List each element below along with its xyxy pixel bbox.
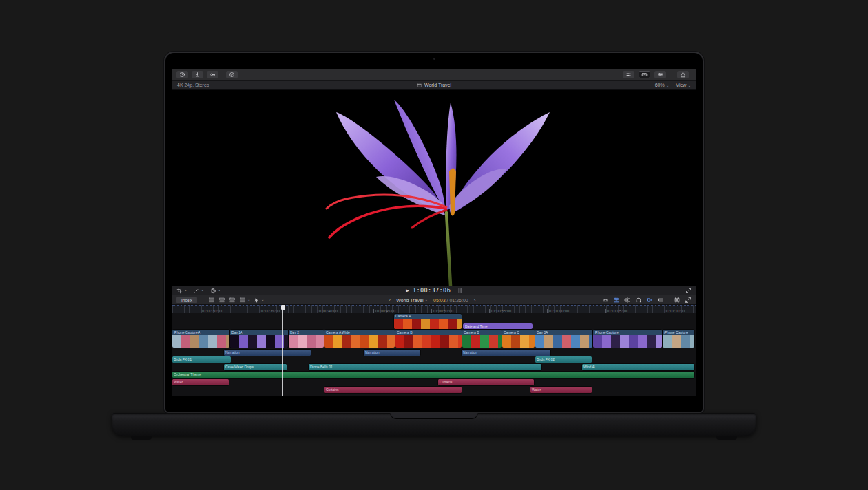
storyline-clip[interactable]: Camera A Wide: [324, 330, 395, 348]
viewer-info-bar: 4K 24p, Stereo World Travel 60%⌄ View⌄: [172, 81, 696, 90]
audio-clip-effects-1[interactable]: Birds FX 02: [535, 356, 592, 363]
select-tool-button[interactable]: ⌄: [254, 295, 265, 305]
clip-appearance-button-4[interactable]: ⌄: [239, 297, 251, 303]
zoom-fit-icon[interactable]: [685, 297, 692, 303]
storyline-clip[interactable]: Day 3A: [535, 330, 592, 348]
viewer-zoom-select[interactable]: 60%⌄: [655, 83, 670, 88]
clip-filmstrip-thumbnails: [502, 335, 535, 348]
audio-clip-dialogue[interactable]: Narration: [364, 350, 420, 356]
page-background: 4K 24p, Stereo World Travel 60%⌄ View⌄: [0, 0, 868, 490]
timeline-tracks: Camera ADate and TimeiPhone Capture ADay…: [172, 313, 696, 396]
chevron-down-icon: ⌄: [666, 83, 670, 87]
trim-edit-icon[interactable]: [602, 297, 609, 303]
clip-name-label: Day 1A: [230, 330, 288, 335]
timeline-project-menu[interactable]: World Travel⌄: [396, 298, 428, 303]
audio-clip-ambience-2[interactable]: Water: [530, 387, 592, 393]
viewer-fullscreen-icon[interactable]: [685, 288, 692, 294]
toolbar-button-browser-grid[interactable]: [623, 71, 634, 78]
play-button[interactable]: ▶: [406, 288, 409, 292]
saffron-flower-image: [172, 90, 696, 286]
current-timecode[interactable]: 1:00:37:06: [413, 287, 451, 294]
retime-tool-icon: [210, 288, 216, 294]
index-button[interactable]: Index: [176, 297, 197, 303]
toolbar-button-download[interactable]: [192, 71, 203, 78]
clip-appearance-button-2[interactable]: [218, 297, 225, 303]
toolbar-button-import-media[interactable]: [176, 71, 188, 78]
audio-clip-effects-2[interactable]: Wind 4: [582, 364, 694, 370]
overwrite-edit-icon[interactable]: [657, 297, 664, 303]
connected-video-clip[interactable]: Camera A: [394, 314, 462, 329]
audio-clip-effects-2[interactable]: Cave Water Drops: [224, 364, 287, 370]
storyline-clip[interactable]: iPhone Capture: [663, 330, 694, 348]
project-title-label: World Travel: [424, 83, 451, 87]
transport-bar: ⌄⌄⌄ ▶ 1:00:37:06: [172, 286, 696, 295]
clip-filmstrip-thumbnails: [663, 335, 694, 348]
clip-name-label: Camera B: [395, 330, 462, 335]
project-duration-value: / 01:26:00: [447, 298, 468, 303]
timeline-ruler[interactable]: 01:00:30:0001:00:35:0001:00:40:0001:00:4…: [172, 305, 696, 313]
append-edit-icon[interactable]: [646, 297, 653, 303]
toolbar-button-key[interactable]: [207, 71, 218, 78]
macbook-base: [112, 413, 756, 436]
retime-tool-button[interactable]: ⌄: [210, 288, 221, 294]
audio-clip-ambience-2[interactable]: Curtains: [324, 387, 462, 393]
storyline-clip[interactable]: Camera B: [395, 330, 462, 348]
audio-clip-dialogue[interactable]: Narration: [462, 350, 550, 356]
clip-name-label: Day 3A: [535, 330, 592, 335]
connect-edit-icon[interactable]: [613, 297, 620, 303]
enhance-tool-icon: [194, 288, 200, 294]
audio-clip-ambience-1[interactable]: Water: [172, 379, 229, 385]
storyline-clip[interactable]: Day 1A: [230, 330, 288, 348]
storyline-clip[interactable]: iPhone Capture A: [172, 330, 229, 348]
audio-clip-music[interactable]: Orchestral Theme: [172, 372, 694, 378]
storyline-clip[interactable]: Day 2: [289, 330, 324, 348]
timeline-forward-button[interactable]: ›: [474, 297, 476, 303]
audio-only-icon[interactable]: [635, 297, 642, 303]
toolbar-button-check-circle[interactable]: [226, 71, 238, 78]
storyline-clip[interactable]: iPhone Capture: [593, 330, 662, 348]
chevron-down-icon: ⌄: [218, 288, 221, 292]
macbook-foot: [131, 436, 152, 440]
audio-clip-effects-2[interactable]: Drone Bells 01: [309, 364, 541, 370]
toolbar-button-inspector-sliders[interactable]: [654, 71, 666, 78]
clapper-icon: [417, 83, 422, 88]
chevron-down-icon: ⌄: [261, 298, 265, 302]
timeline-back-button[interactable]: ‹: [389, 297, 391, 303]
clip-filmstrip-thumbnails: [172, 335, 229, 348]
viewer-view-menu[interactable]: View⌄: [676, 83, 691, 88]
audio-clip-ambience-1[interactable]: Curtains: [438, 379, 534, 385]
audio-clip-dialogue[interactable]: Narration: [224, 350, 311, 356]
audio-clip-effects-1[interactable]: Birds FX 01: [172, 356, 231, 363]
storyline-clip[interactable]: Camera C: [502, 330, 535, 348]
macbook-screen: 4K 24p, Stereo World Travel 60%⌄ View⌄: [164, 52, 704, 413]
clip-appearance-button-1[interactable]: [208, 297, 215, 303]
macbook-foot: [716, 436, 737, 440]
key-icon: [209, 72, 216, 78]
audio-meters-icon[interactable]: [674, 297, 681, 303]
timeline-position-readout: 05:03 / 01:26:00: [433, 298, 468, 303]
insert-edit-icon[interactable]: [624, 297, 631, 303]
clip-name-label: Day 2: [289, 330, 324, 335]
clip-appearance-button-3[interactable]: [229, 297, 236, 303]
select-tool-icon: [254, 297, 260, 303]
enhance-tool-button[interactable]: ⌄: [194, 288, 205, 294]
clip-appearance-icon: [229, 297, 236, 303]
chevron-down-icon: ⌄: [688, 83, 691, 87]
toolbar-button-filmstrip-view[interactable]: [639, 71, 650, 78]
clip-name-label: Camera B: [462, 330, 502, 335]
clip-filmstrip-thumbnails: [289, 335, 324, 348]
check-circle-icon: [229, 72, 235, 78]
timeline-toolbar: Index ⌄ ⌄ ‹ World Travel⌄ 05:03 / 01:26:…: [172, 295, 696, 305]
playhead-handle[interactable]: [281, 305, 285, 310]
share-button[interactable]: [677, 71, 689, 78]
timeline-navigation: ‹ World Travel⌄ 05:03 / 01:26:00 ›: [389, 295, 476, 305]
audio-meters-mini-icon[interactable]: [458, 288, 462, 293]
playhead[interactable]: [282, 305, 283, 396]
filmstrip-view-icon: [641, 72, 648, 78]
zoom-level-value: 60%: [655, 83, 665, 87]
storyline-clip[interactable]: Camera B: [462, 330, 502, 348]
chevron-down-icon: ⌄: [201, 288, 205, 292]
viewer-toolbar: [172, 69, 696, 81]
crop-tool-button[interactable]: ⌄: [176, 288, 187, 294]
title-clip[interactable]: Date and Time: [463, 323, 533, 329]
